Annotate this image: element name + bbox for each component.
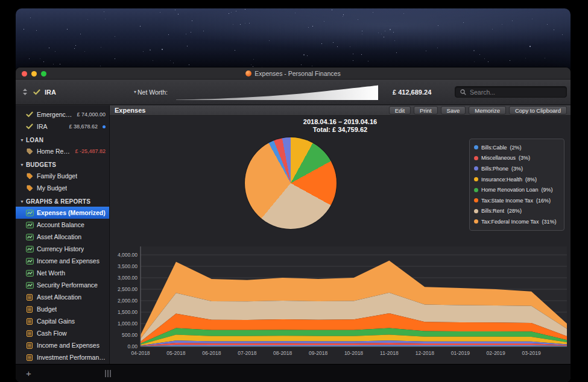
expenses-area-chart: 0.00500.001,000.001,500.002,000.002,500.… [110,243,571,363]
svg-text:01-2019: 01-2019 [451,350,470,356]
legend-item: Home Renovation Loan(9%) [474,184,560,195]
sidebar-item-currency-history[interactable]: Currency History [16,243,109,255]
sidebar-section-loan[interactable]: ▼LOAN [16,133,109,145]
sidebar-resize-handle[interactable] [105,370,111,377]
zoom-window-button[interactable] [41,71,46,77]
report-total-value: £ 34,759.62 [332,126,367,133]
check-icon [33,89,41,95]
sidebar-item-my-budget[interactable]: My Budget [16,182,109,194]
legend-item: Bills:Phone(3%) [474,163,560,174]
legend-color-dot [474,177,478,181]
disclosure-triangle-icon: ▼ [20,199,24,205]
section-label: GRAPHS & REPORTS [26,198,90,205]
edit-button[interactable]: Edit [389,106,411,114]
account-selector-label: IRA [45,89,56,96]
svg-text:1,500.00: 1,500.00 [118,309,138,315]
sidebar-item-asset-allocation[interactable]: Asset Allocation [16,231,109,243]
graph-icon [25,282,34,289]
sidebar-item-label: Home Renova... [37,148,72,155]
check-icon [25,124,34,130]
titlebar[interactable]: Expenses - Personal Finances [16,67,571,80]
sidebar-item-security-performance[interactable]: Security Performance [16,279,109,291]
sidebar-item-home-renova[interactable]: Home Renova...£ -25,487.82 [16,145,109,157]
budget-tag-icon [25,185,34,192]
sidebar-item-label: Budget [37,305,57,313]
account-selector[interactable]: IRA [21,89,134,96]
legend-color-dot [474,188,478,192]
legend-percent: (31%) [542,219,556,225]
window-title-area: Expenses - Personal Finances [245,70,340,77]
legend-color-dot [474,219,478,224]
sort-arrows-icon [21,89,29,95]
window-content: Emergency Fu...£ 74,000.00IRA£ 38,678.62… [16,105,571,364]
svg-text:500.00: 500.00 [122,332,138,338]
sidebar: Emergency Fu...£ 74,000.00IRA£ 38,678.62… [16,105,110,364]
minimize-window-button[interactable] [31,71,37,77]
networth-dropdown[interactable]: ▾ Net Worth: [134,89,168,96]
legend-color-dot [474,145,478,149]
report-icon [25,354,34,361]
traffic-lights [22,71,46,77]
legend-label: Insurance:Health [481,177,522,183]
legend-percent: (28%) [507,208,522,214]
sidebar-item-capital-gains[interactable]: Capital Gains [16,315,109,327]
report-header: Expenses EditPrintSaveMemorizeCopy to Cl… [110,105,571,116]
section-label: LOAN [26,137,43,143]
sidebar-item-emergency-fu[interactable]: Emergency Fu...£ 74,000.00 [16,108,109,121]
account-balance: £ 38,678.62 [69,124,98,130]
sidebar-item-label: Security Performance [37,281,98,289]
sidebar-item-family-budget[interactable]: Family Budget [16,170,109,182]
svg-text:3,500.00: 3,500.00 [118,263,138,269]
print-button[interactable]: Print [414,106,438,114]
expenses-pie-chart [245,137,337,229]
sidebar-item-expenses-memorized[interactable]: Expenses (Memorized) [16,207,109,219]
close-window-button[interactable] [22,71,27,77]
sidebar-item-label: Cash Flow [37,330,67,337]
graph-icon [25,258,34,265]
report-actions: EditPrintSaveMemorizeCopy to Clipboard [389,106,567,114]
graph-icon [25,210,34,216]
legend-color-dot [474,209,478,213]
sidebar-item-ira[interactable]: IRA£ 38,678.62 [16,121,109,133]
add-button[interactable]: + [26,369,31,378]
svg-text:07-2018: 07-2018 [238,350,256,356]
report-total-label: Total: [313,126,330,133]
sidebar-section-budgets[interactable]: ▼BUDGETS [16,157,109,170]
legend-item: Bills:Cable(2%) [474,142,560,153]
search-input[interactable] [470,89,563,96]
legend-percent: (9%) [542,187,553,193]
report-icon [25,342,34,349]
sidebar-item-label: Currency History [37,245,84,252]
sidebar-item-budget[interactable]: Budget [16,303,109,315]
search-icon [459,89,467,95]
memorize-button[interactable]: Memorize [469,106,506,114]
sidebar-item-label: Family Budget [37,172,77,180]
legend-label: Miscellaneous [481,155,516,161]
sidebar-section-graphs-reports[interactable]: ▼GRAPHS & REPORTS [16,194,109,207]
legend-label: Bills:Phone [481,166,508,172]
sidebar-item-income-and-expenses[interactable]: Income and Expenses [16,255,109,267]
report-icon [25,318,34,325]
svg-text:3,000.00: 3,000.00 [118,275,138,281]
sidebar-item-label: Asset Allocation [37,293,81,301]
sidebar-item-label: Account Balance [37,221,84,228]
desktop-wallpaper [16,8,571,72]
sidebar-item-income-and-expenses[interactable]: Income and Expenses [16,339,109,351]
svg-text:06-2018: 06-2018 [202,350,221,356]
document-icon [245,70,251,77]
sidebar-item-net-worth[interactable]: Net Worth [16,267,109,279]
search-field[interactable] [455,86,567,98]
main-panel: Expenses EditPrintSaveMemorizeCopy to Cl… [110,105,571,364]
sidebar-item-account-balance[interactable]: Account Balance [16,219,109,231]
svg-text:08-2018: 08-2018 [273,350,292,356]
legend-item: Tax:State Income Tax(16%) [474,195,560,206]
legend-label: Tax:Federal Income Tax [481,219,539,225]
sidebar-item-cash-flow[interactable]: Cash Flow [16,327,109,339]
sidebar-item-label: Expenses (Memorized) [37,209,106,216]
save-button[interactable]: Save [441,106,466,114]
sidebar-item-investment-performance[interactable]: Investment Performance [16,351,109,363]
sidebar-item-asset-allocation[interactable]: Asset Allocation [16,291,109,303]
sidebar-item-label: Net Worth [37,269,65,277]
sidebar-item-label: My Budget [37,184,67,192]
copy-to-clipboard-button[interactable]: Copy to Clipboard [509,106,567,114]
